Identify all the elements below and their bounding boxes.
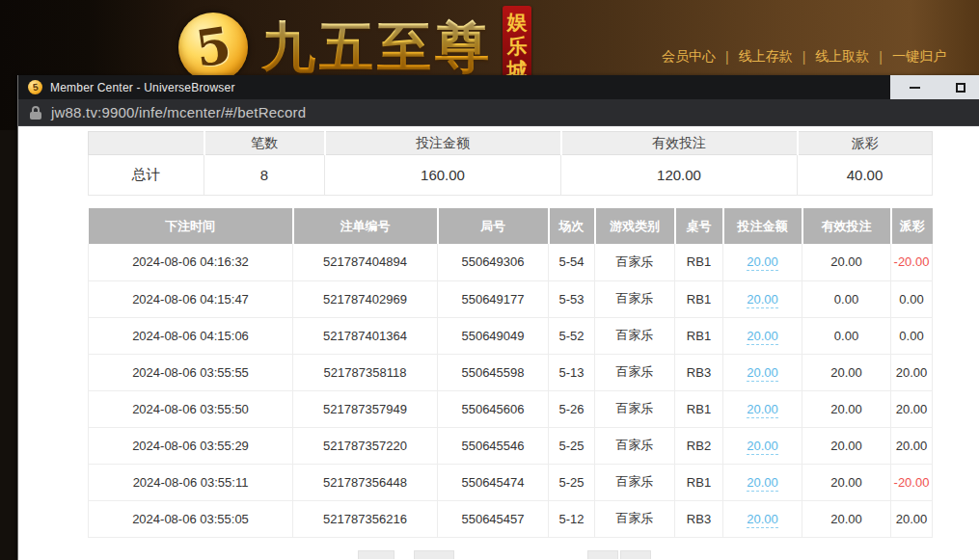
summary-header-bet-amount: 投注金额: [325, 132, 561, 155]
cell-bet_id: 521787402969: [293, 280, 438, 317]
nav-online-deposit[interactable]: 线上存款: [729, 48, 802, 66]
header-game-type: 游戏类别: [595, 208, 675, 244]
cell-table: RB1: [675, 390, 723, 427]
pagination-button-partial[interactable]: [358, 550, 394, 559]
bet-amount-link[interactable]: 20.00: [747, 254, 778, 271]
nav-one-key-transfer[interactable]: 一键归户: [883, 48, 956, 66]
cell-valid: 20.00: [802, 244, 891, 280]
pagination-bar: [18, 549, 979, 559]
logo-banner-char: 娱: [507, 10, 528, 34]
cell-session: 5-25: [549, 427, 595, 464]
nav-online-withdraw[interactable]: 线上取款: [805, 48, 879, 66]
bet-amount-link[interactable]: 20.00: [747, 439, 778, 455]
cell-session: 5-54: [549, 244, 595, 280]
header-payout: 派彩: [891, 208, 933, 244]
cell-bet_id: 521787357220: [293, 427, 438, 464]
table-row: 2024-08-06 04:15:06521787401364550649049…: [89, 317, 933, 354]
header-session: 场次: [549, 208, 595, 244]
cell-bet: 20.00: [723, 317, 802, 354]
cell-valid: 0.00: [802, 317, 891, 354]
cell-valid: 20.00: [802, 390, 891, 427]
cell-bet_id: 521787358118: [293, 354, 438, 390]
cell-bet_id: 521787356216: [293, 500, 438, 537]
cell-game: 百家乐: [595, 500, 675, 537]
bet-table-header-row: 下注时间 注单编号 局号 场次 游戏类别 桌号 投注金额 有效投注 派彩: [89, 208, 933, 244]
logo-coin-icon: 5: [178, 13, 248, 82]
cell-payout: 20.00: [891, 390, 933, 427]
table-row: 2024-08-06 03:55:50521787357949550645606…: [89, 390, 933, 427]
summary-total-row: 总计 8 160.00 120.00 40.00: [89, 155, 933, 196]
bet-amount-link[interactable]: 20.00: [747, 365, 778, 382]
pagination-button-partial[interactable]: [587, 550, 618, 559]
cell-bet: 20.00: [723, 280, 802, 317]
cell-payout: -20.00: [891, 244, 933, 280]
cell-bet: 20.00: [723, 354, 802, 390]
cell-round_id: 550645598: [438, 354, 549, 390]
summary-header-payout: 派彩: [798, 132, 933, 155]
cell-valid: 0.00: [802, 280, 891, 317]
cell-game: 百家乐: [595, 280, 675, 317]
cell-valid: 20.00: [802, 354, 891, 390]
minimize-icon: [910, 87, 920, 89]
logo-emblem: 5: [192, 15, 234, 78]
cell-game: 百家乐: [595, 354, 675, 390]
cell-session: 5-12: [549, 500, 595, 537]
table-row: 2024-08-06 04:16:32521787404894550649306…: [89, 244, 933, 280]
page-content: 笔数 投注金额 有效投注 派彩 总计 8 160.00 120.00 40.00: [18, 126, 979, 559]
pagination-button-partial[interactable]: [620, 550, 651, 559]
cell-time: 2024-08-06 04:16:32: [89, 244, 293, 280]
cell-time: 2024-08-06 03:55:55: [89, 354, 293, 390]
header-round-id: 局号: [438, 208, 549, 244]
url-text[interactable]: jw88.tv:9900/infe/mcenter/#/betRecord: [51, 104, 306, 120]
minimize-button[interactable]: [904, 75, 925, 99]
bet-amount-link[interactable]: 20.00: [747, 512, 778, 528]
table-row: 2024-08-06 03:55:55521787358118550645598…: [89, 354, 933, 390]
bet-amount-link[interactable]: 20.00: [747, 329, 778, 345]
bet-table-body: 2024-08-06 04:16:32521787404894550649306…: [89, 244, 933, 537]
cell-game: 百家乐: [595, 317, 675, 354]
cell-bet: 20.00: [723, 464, 802, 500]
cell-round_id: 550645474: [438, 464, 549, 500]
cell-session: 5-25: [549, 464, 595, 500]
cell-bet_id: 521787356448: [293, 464, 438, 500]
cell-round_id: 550649049: [438, 317, 549, 354]
window-app-icon: 5: [28, 80, 42, 94]
header-bet-amount: 投注金额: [723, 208, 802, 244]
pagination-button-partial[interactable]: [414, 550, 454, 559]
bet-amount-link[interactable]: 20.00: [747, 402, 778, 418]
cell-valid: 20.00: [802, 500, 891, 537]
address-bar[interactable]: jw88.tv:9900/infe/mcenter/#/betRecord: [18, 99, 979, 126]
cell-game: 百家乐: [595, 427, 675, 464]
header-bet-time: 下注时间: [89, 208, 293, 244]
browser-window: 5 Member Center - UniverseBrowser jw88.t…: [17, 75, 979, 560]
cell-table: RB1: [675, 244, 723, 280]
cell-round_id: 550649306: [438, 244, 549, 280]
maximize-button[interactable]: [950, 75, 971, 99]
table-row: 2024-08-06 04:15:47521787402969550649177…: [89, 280, 933, 317]
summary-table: 笔数 投注金额 有效投注 派彩 总计 8 160.00 120.00 40.00: [88, 131, 933, 196]
cell-time: 2024-08-06 03:55:50: [89, 390, 293, 427]
summary-total-count: 8: [204, 155, 325, 196]
logo-title: 九五至尊: [261, 13, 493, 81]
table-row: 2024-08-06 03:55:29521787357220550645546…: [89, 427, 933, 464]
cell-round_id: 550645457: [438, 500, 549, 537]
cell-table: RB3: [675, 500, 723, 537]
bet-amount-link[interactable]: 20.00: [747, 292, 778, 308]
summary-header-valid-bet: 有效投注: [561, 132, 798, 155]
cell-valid: 20.00: [802, 427, 891, 464]
cell-time: 2024-08-06 03:55:29: [89, 427, 293, 464]
cell-game: 百家乐: [595, 244, 675, 280]
cell-table: RB3: [675, 354, 723, 390]
bet-amount-link[interactable]: 20.00: [747, 475, 778, 492]
cell-bet: 20.00: [723, 500, 802, 537]
cell-round_id: 550645546: [438, 427, 549, 464]
cell-game: 百家乐: [595, 390, 675, 427]
cell-table: RB1: [675, 464, 723, 500]
cell-bet: 20.00: [723, 244, 802, 280]
window-titlebar: 5 Member Center - UniverseBrowser: [18, 75, 979, 99]
summary-header-count: 笔数: [204, 132, 325, 155]
cell-bet_id: 521787357949: [293, 390, 438, 427]
cell-time: 2024-08-06 04:15:06: [89, 317, 293, 354]
window-controls: [890, 75, 979, 99]
nav-member-center[interactable]: 会员中心: [652, 48, 725, 66]
